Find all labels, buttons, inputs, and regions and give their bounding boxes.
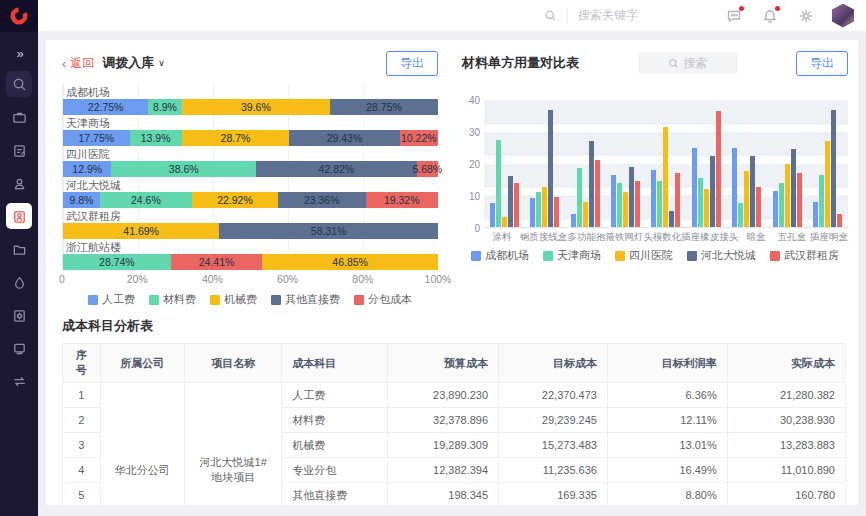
bar[interactable] [837, 214, 842, 227]
bar[interactable] [657, 181, 662, 227]
allocation-title[interactable]: 调拨入库 [102, 54, 154, 72]
stack-segment[interactable]: 24.6% [100, 192, 192, 208]
chevron-down-icon[interactable]: ∨ [158, 58, 165, 68]
message-icon[interactable] [724, 6, 744, 26]
bar[interactable] [571, 214, 576, 227]
bar[interactable] [692, 148, 697, 227]
stack-segment[interactable]: 23.36% [278, 192, 366, 208]
legend-item[interactable]: 成都机场 [471, 248, 529, 263]
export-button-right[interactable]: 导出 [796, 51, 848, 76]
legend-item[interactable]: 分包成本 [354, 292, 412, 307]
bar[interactable] [710, 156, 715, 227]
bar[interactable] [716, 111, 721, 227]
bar[interactable] [750, 156, 755, 227]
app-logo[interactable] [0, 0, 38, 32]
sidebar-item-clipboard-gear[interactable] [6, 302, 32, 328]
stack-segment[interactable]: 38.6% [111, 161, 256, 177]
legend-item[interactable]: 武汉群租房 [770, 248, 839, 263]
sidebar-item-clipboard-user-active[interactable] [6, 203, 32, 229]
bar[interactable] [577, 168, 582, 227]
bar[interactable] [663, 127, 668, 227]
legend-item[interactable]: 河北大悦城 [687, 248, 756, 263]
bar[interactable] [698, 178, 703, 227]
stack-segment[interactable]: 58.31% [219, 223, 438, 239]
bar[interactable] [773, 191, 778, 228]
legend-item[interactable]: 天津商场 [543, 248, 601, 263]
stack-segment[interactable]: 28.75% [330, 99, 438, 115]
bar[interactable] [651, 170, 656, 227]
bar[interactable] [813, 202, 818, 227]
bar[interactable] [502, 217, 507, 227]
stack-segment[interactable]: 39.6% [182, 99, 330, 115]
stack-segment[interactable]: 17.75% [63, 130, 130, 146]
stack-segment[interactable]: 22.92% [192, 192, 278, 208]
legend-item[interactable]: 四川医院 [615, 248, 673, 263]
bar[interactable] [508, 176, 513, 227]
bar[interactable] [530, 198, 535, 227]
stack-segment[interactable]: 46.85% [262, 254, 438, 270]
legend-item[interactable]: 其他直接费 [271, 292, 340, 307]
avatar[interactable] [832, 4, 854, 28]
bar[interactable] [595, 160, 600, 227]
sidebar-item-folder[interactable] [6, 236, 32, 262]
stack-segment[interactable]: 8.9% [148, 99, 181, 115]
legend-item[interactable]: 材料费 [149, 292, 196, 307]
bar[interactable] [732, 148, 737, 227]
bar[interactable] [514, 183, 519, 227]
bar[interactable] [819, 175, 824, 227]
bar[interactable] [791, 149, 796, 227]
legend-item[interactable]: 人工费 [88, 292, 135, 307]
bar[interactable] [785, 164, 790, 228]
bar[interactable] [635, 181, 640, 227]
stack-segment[interactable]: 28.74% [63, 254, 171, 270]
bar[interactable] [554, 197, 559, 227]
sidebar-expand-icon[interactable]: » [16, 46, 21, 61]
bar[interactable] [779, 183, 784, 227]
stack-segment[interactable]: 13.9% [130, 130, 182, 146]
stack-segment[interactable]: 24.41% [171, 254, 263, 270]
bar[interactable] [611, 175, 616, 227]
stack-segment[interactable]: 10.22% [400, 130, 438, 146]
bell-icon[interactable] [760, 6, 780, 26]
bar[interactable] [704, 189, 709, 227]
export-button-left[interactable]: 导出 [386, 51, 438, 76]
bar[interactable] [617, 183, 622, 227]
bar[interactable] [744, 171, 749, 227]
bar[interactable] [669, 211, 674, 227]
back-link[interactable]: ‹ 返回 [62, 55, 94, 72]
material-search-input[interactable]: 搜索 [638, 52, 738, 74]
sidebar-item-clipboard-edit[interactable] [6, 137, 32, 163]
bar[interactable] [548, 110, 553, 227]
bar[interactable] [589, 141, 594, 227]
bar[interactable] [542, 187, 547, 227]
bar[interactable] [738, 203, 743, 227]
bar[interactable] [623, 192, 628, 227]
bar[interactable] [496, 140, 501, 227]
sidebar-item-user-stamp[interactable] [6, 170, 32, 196]
bar[interactable] [536, 192, 541, 227]
sidebar-item-drop[interactable] [6, 269, 32, 295]
bar[interactable] [583, 202, 588, 227]
bar[interactable] [756, 187, 761, 227]
stack-segment[interactable]: 28.7% [182, 130, 290, 146]
global-search[interactable]: 搜索关键字 [544, 7, 668, 24]
stack-segment[interactable]: 41.69% [63, 223, 219, 239]
stack-segment[interactable]: 29.43% [289, 130, 399, 146]
bar[interactable] [825, 141, 830, 227]
sidebar-item-monitor[interactable] [6, 335, 32, 361]
sidebar-item-transfer[interactable] [6, 368, 32, 394]
bar[interactable] [490, 203, 495, 227]
legend-item[interactable]: 机械费 [210, 292, 257, 307]
stack-segment[interactable]: 19.32% [366, 192, 438, 208]
stack-segment[interactable]: 12.9% [63, 161, 111, 177]
stack-segment[interactable]: 5.68% [417, 161, 438, 177]
bar[interactable] [831, 110, 836, 227]
bar[interactable] [629, 167, 634, 227]
stack-segment[interactable]: 42.82% [256, 161, 417, 177]
sidebar-item-briefcase[interactable] [6, 104, 32, 130]
stack-segment[interactable]: 22.75% [63, 99, 148, 115]
bar[interactable] [675, 173, 680, 227]
stack-segment[interactable]: 9.8% [63, 192, 100, 208]
bar[interactable] [797, 173, 802, 227]
sidebar-item-search[interactable] [6, 71, 32, 97]
